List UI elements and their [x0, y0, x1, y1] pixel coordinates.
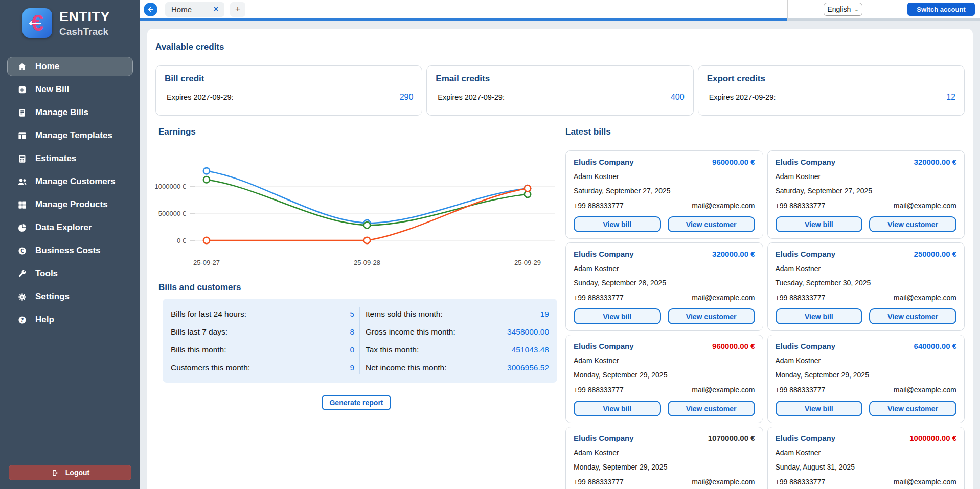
- credit-value: 12: [946, 93, 955, 102]
- bill-card: Eludis Company 960000.00 € Adam Kostner …: [565, 335, 763, 423]
- bill-person: Adam Kostner: [776, 172, 957, 181]
- bill-amount: 960000.00 €: [712, 342, 755, 350]
- back-button[interactable]: [144, 3, 157, 16]
- credit-card-title: Export credits: [707, 74, 955, 84]
- bill-email: mail@example.com: [692, 386, 755, 394]
- brand-subtitle: CashTrack: [59, 26, 110, 37]
- credit-value: 290: [400, 93, 414, 102]
- bill-person: Adam Kostner: [574, 449, 755, 457]
- language-select[interactable]: English ⌄: [824, 3, 862, 16]
- credit-card: Bill credit Expires 2027-09-29: 290: [155, 65, 422, 116]
- bill-company: Eludis Company: [574, 434, 634, 442]
- sidebar-item-settings[interactable]: Settings: [7, 287, 133, 306]
- bill-date: Sunday, August 31, 2025: [776, 463, 957, 471]
- credit-card: Export credits Expires 2027-09-29: 12: [698, 65, 965, 116]
- settings-icon: [17, 292, 27, 302]
- view-customer-button[interactable]: View customer: [668, 401, 755, 416]
- generate-report-button[interactable]: Generate report: [322, 395, 391, 410]
- view-customer-button[interactable]: View customer: [869, 308, 956, 324]
- stat-value: 5: [350, 309, 354, 319]
- stats-panel: Bills for last 24 hours: 5 Bills last 7 …: [163, 299, 557, 383]
- view-customer-button[interactable]: View customer: [668, 308, 755, 324]
- view-customer-button[interactable]: View customer: [869, 401, 956, 416]
- bill-date: Monday, September 29, 2025: [574, 463, 755, 471]
- app-logo-icon: €: [22, 8, 52, 38]
- content-card: Available credits Bill credit Expires 20…: [147, 29, 973, 489]
- bill-email: mail@example.com: [692, 294, 755, 302]
- view-bill-button[interactable]: View bill: [574, 308, 661, 324]
- stat-row: Gross income this month: 3458000.00: [364, 323, 550, 341]
- view-customer-button[interactable]: View customer: [668, 216, 755, 232]
- sidebar-item-home[interactable]: Home: [7, 57, 133, 76]
- svg-text:?: ?: [20, 317, 24, 323]
- bill-email: mail@example.com: [692, 478, 755, 486]
- latest-bills-grid: Eludis Company 960000.00 € Adam Kostner …: [565, 150, 965, 489]
- view-bill-button[interactable]: View bill: [574, 401, 661, 416]
- sidebar-item-data-explorer[interactable]: Data Explorer: [7, 218, 133, 237]
- right-column: Latest bills Eludis Company 960000.00 € …: [565, 127, 965, 489]
- bill-date: Tuesday, September 30, 2025: [776, 279, 957, 287]
- bill-company: Eludis Company: [574, 250, 634, 258]
- sidebar-item-manage-products[interactable]: Manage Products: [7, 195, 133, 214]
- sidebar-item-manage-templates[interactable]: Manage Templates: [7, 126, 133, 145]
- new-bill-icon: [17, 84, 27, 95]
- svg-text:0 €: 0 €: [177, 237, 187, 244]
- bill-date: Monday, September 29, 2025: [574, 371, 755, 379]
- data-explorer-icon: [17, 223, 27, 233]
- bill-card: Eludis Company 1070000.00 € Adam Kostner…: [565, 427, 763, 489]
- stat-row: Bills this month: 0: [170, 341, 355, 359]
- bill-card: Eludis Company 640000.00 € Adam Kostner …: [767, 335, 965, 423]
- language-value: English: [827, 5, 851, 13]
- svg-text:25-09-29: 25-09-29: [514, 259, 541, 266]
- sidebar-item-help[interactable]: ? Help: [7, 310, 133, 329]
- svg-text:500000 €: 500000 €: [158, 210, 187, 217]
- stat-label: Customers this month:: [171, 363, 250, 372]
- switch-account-button[interactable]: Switch account: [907, 3, 975, 16]
- tools-icon: [17, 269, 27, 279]
- bill-company: Eludis Company: [776, 158, 836, 166]
- bill-amount: 320000.00 €: [712, 250, 755, 258]
- tab-home[interactable]: Home ×: [165, 2, 224, 17]
- tab-close-icon[interactable]: ×: [214, 5, 218, 13]
- bill-card: Eludis Company 320000.00 € Adam Kostner …: [565, 242, 763, 331]
- logout-button[interactable]: Logout: [9, 465, 131, 480]
- view-bill-button[interactable]: View bill: [776, 308, 863, 324]
- credit-expires-label: Expires 2027-09-29:: [709, 93, 776, 101]
- bill-person: Adam Kostner: [574, 357, 755, 365]
- credit-card-title: Email credits: [436, 74, 684, 84]
- estimates-icon: [17, 153, 27, 164]
- bill-phone: +99 888333777: [776, 202, 826, 210]
- sidebar-item-manage-bills[interactable]: Manage Bills: [7, 103, 133, 122]
- sidebar-item-tools[interactable]: Tools: [7, 264, 133, 283]
- credits-row: Bill credit Expires 2027-09-29: 290 Emai…: [155, 65, 965, 116]
- bill-company: Eludis Company: [776, 434, 836, 442]
- credit-expires-label: Expires 2027-09-29:: [438, 93, 505, 101]
- stat-label: Bills this month:: [171, 345, 226, 354]
- view-bill-button[interactable]: View bill: [574, 216, 661, 232]
- bill-amount: 640000.00 €: [914, 342, 956, 350]
- stat-value: 9: [350, 363, 354, 372]
- bill-amount: 1070000.00 €: [708, 434, 755, 442]
- stat-row: Bills for last 24 hours: 5: [170, 305, 355, 323]
- bill-email: mail@example.com: [894, 478, 956, 486]
- new-tab-button[interactable]: +: [230, 2, 245, 17]
- sidebar-item-estimates[interactable]: Estimates: [7, 149, 133, 168]
- view-customer-button[interactable]: View customer: [869, 216, 956, 232]
- view-bill-button[interactable]: View bill: [776, 401, 863, 416]
- manage-bills-icon: [17, 107, 27, 118]
- bill-card: Eludis Company 960000.00 € Adam Kostner …: [565, 150, 763, 239]
- sidebar-item-new-bill[interactable]: New Bill: [7, 80, 133, 99]
- logout-label: Logout: [65, 469, 89, 477]
- sidebar-item-business-costs[interactable]: € Business Costs: [7, 241, 133, 260]
- earnings-chart: 1000000 €500000 €0 €25-09-2725-09-2825-0…: [155, 139, 557, 273]
- bill-phone: +99 888333777: [574, 386, 624, 394]
- bill-person: Adam Kostner: [776, 449, 957, 457]
- stats-left-column: Bills for last 24 hours: 5 Bills last 7 …: [166, 305, 359, 376]
- stat-label: Tax this month:: [366, 345, 419, 354]
- arrow-left-icon: [147, 6, 154, 13]
- bill-phone: +99 888333777: [776, 294, 826, 302]
- logout-icon: [51, 468, 61, 478]
- sidebar-item-manage-customers[interactable]: Manage Customers: [7, 172, 133, 191]
- view-bill-button[interactable]: View bill: [776, 216, 863, 232]
- bill-date: Saturday, September 27, 2025: [574, 187, 755, 195]
